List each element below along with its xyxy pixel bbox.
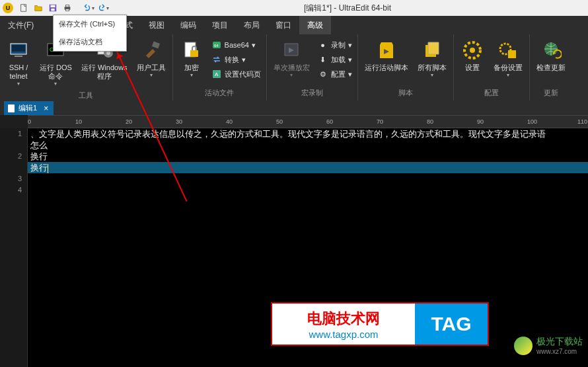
record-button[interactable]: ●录制▾ xyxy=(315,38,355,52)
run-windows-label: 运行 Windows 程序 xyxy=(81,63,128,81)
ruler-tick: 60 xyxy=(326,118,333,125)
undo-button[interactable]: ▾ xyxy=(82,1,95,15)
settings-gear-icon xyxy=(462,40,483,61)
backup-settings-label: 备份设置 xyxy=(494,63,523,72)
base64-button[interactable]: 64Base64▾ xyxy=(209,38,264,52)
menu-layout[interactable]: 布局 xyxy=(236,16,268,34)
ruler-tick: 110 xyxy=(577,118,587,125)
svg-rect-2 xyxy=(51,5,55,8)
group-active-file-label: 活动文件 xyxy=(176,87,264,101)
window-title: [编辑1*] - UltraEdit 64-bit xyxy=(110,3,585,14)
load-label: 加载 xyxy=(331,55,346,65)
record-label: 录制 xyxy=(331,40,346,50)
load-button[interactable]: ⬇加载▾ xyxy=(315,53,355,66)
svg-rect-3 xyxy=(51,9,54,11)
play-macro-label: 单次播放宏 xyxy=(274,63,310,72)
ruler-tick: 10 xyxy=(75,118,82,125)
convert-button[interactable]: 转换▾ xyxy=(209,53,264,66)
all-scripts-label: 所有脚本 xyxy=(418,63,447,72)
settings-button[interactable]: 设置 xyxy=(457,37,488,75)
svg-rect-16 xyxy=(152,42,160,49)
ribbon-group-script: 运行活动脚本 所有脚本 ▾ 脚本 xyxy=(358,34,454,101)
document-tab[interactable]: 编辑1 × xyxy=(4,101,54,115)
menu-view[interactable]: 视图 xyxy=(141,16,172,34)
scripts-stack-icon xyxy=(422,40,443,61)
encrypt-label: 加密 xyxy=(184,63,199,72)
ribbon-group-configuration: 设置 备份设置 ▾ 配置 xyxy=(454,34,530,101)
ruler-tick: 80 xyxy=(427,118,433,125)
menu-advanced[interactable]: 高级 xyxy=(299,16,331,34)
dropdown-save-file[interactable]: 保存文件 (Ctrl+S) xyxy=(54,15,126,33)
play-macro-button[interactable]: 单次播放宏 ▾ xyxy=(270,37,314,81)
hammer-icon xyxy=(141,40,162,61)
ssh-telnet-button[interactable]: SSH / telnet ▾ xyxy=(3,37,34,89)
dropdown-save-active-doc[interactable]: 保存活动文档 xyxy=(54,33,126,51)
lock-document-icon xyxy=(181,40,202,61)
svg-text:A: A xyxy=(215,71,219,77)
code-line: 怎么 xyxy=(28,140,588,151)
user-tools-button[interactable]: 用户工具 ▾ xyxy=(133,37,170,81)
svg-rect-18 xyxy=(190,50,198,57)
group-configuration-label: 配置 xyxy=(457,87,527,101)
document-tab-label: 编辑1 xyxy=(18,103,37,113)
script-play-icon xyxy=(376,40,397,61)
ruler-tick: 100 xyxy=(527,118,537,125)
check-update-button[interactable]: 检查更新 xyxy=(533,37,570,75)
configure-label: 配置 xyxy=(331,69,346,79)
set-codepage-label: 设置代码页 xyxy=(225,69,261,79)
save-dropdown: 保存文件 (Ctrl+S) 保存活动文档 xyxy=(53,15,127,52)
new-file-button[interactable] xyxy=(17,1,30,15)
encrypt-button[interactable]: 加密 ▾ xyxy=(176,37,207,81)
check-update-label: 检查更新 xyxy=(536,63,566,72)
line-number: 2 xyxy=(0,151,27,162)
configure-button[interactable]: ⚙配置▾ xyxy=(315,67,355,81)
user-tools-label: 用户工具 xyxy=(137,63,166,72)
menu-encoding[interactable]: 编码 xyxy=(172,16,204,34)
svg-rect-0 xyxy=(21,5,26,12)
globe-refresh-icon xyxy=(540,40,562,61)
group-update-label: 更新 xyxy=(533,87,570,101)
line-number-gutter: 1 2 3 4 xyxy=(0,128,28,367)
close-tab-button[interactable]: × xyxy=(44,104,48,113)
record-icon: ● xyxy=(318,40,328,50)
line-number: 4 xyxy=(0,184,27,196)
group-macro-label: 宏录制 xyxy=(270,87,355,101)
set-codepage-button[interactable]: A设置代码页 xyxy=(209,67,264,81)
ribbon-group-update: 检查更新 更新 xyxy=(530,34,572,101)
convert-label: 转换 xyxy=(225,55,239,65)
menu-window[interactable]: 窗口 xyxy=(268,16,299,34)
ruler-tick: 90 xyxy=(477,118,484,125)
menu-file[interactable]: 文件(F) xyxy=(0,16,42,34)
watermark2-name: 极光下载站 xyxy=(536,336,583,347)
convert-icon xyxy=(211,54,222,65)
svg-rect-9 xyxy=(15,56,22,57)
load-icon: ⬇ xyxy=(318,54,328,65)
all-scripts-button[interactable]: 所有脚本 ▾ xyxy=(414,37,451,81)
ruler-tick: 0 xyxy=(28,118,31,125)
code-line: 换行 xyxy=(28,151,588,162)
ruler-tick: 40 xyxy=(226,118,233,125)
run-active-script-button[interactable]: 运行活动脚本 xyxy=(361,37,412,75)
code-line: 换行 xyxy=(28,162,588,173)
ruler-tick: 50 xyxy=(276,118,283,125)
svg-point-24 xyxy=(470,48,475,53)
quick-access-toolbar: ▾ ▾ xyxy=(17,1,110,15)
watermark-xz7: 极光下载站 www.xz7.com xyxy=(514,336,583,355)
svg-text:64: 64 xyxy=(214,44,219,48)
menu-project[interactable]: 项目 xyxy=(204,16,236,34)
ribbon-group-active-file: 加密 ▾ 64Base64▾ 转换▾ A设置代码页 活动文件 xyxy=(173,34,267,101)
group-script-label: 脚本 xyxy=(361,87,451,101)
print-button[interactable] xyxy=(61,1,74,15)
backup-settings-button[interactable]: 备份设置 ▾ xyxy=(490,37,527,81)
ruler-tick: 20 xyxy=(126,118,132,125)
ribbon-group-macro: 单次播放宏 ▾ ●录制▾ ⬇加载▾ ⚙配置▾ 宏录制 xyxy=(267,34,358,101)
line-number: 3 xyxy=(0,173,27,184)
code-text: 换行 xyxy=(30,163,48,173)
gear-icon: ⚙ xyxy=(318,69,328,79)
open-file-button[interactable] xyxy=(32,1,45,15)
svg-rect-8 xyxy=(12,45,25,52)
redo-button[interactable]: ▾ xyxy=(96,1,110,15)
ruler: 0 10 20 30 40 50 60 70 80 90 100 110 xyxy=(28,115,588,128)
save-file-button[interactable] xyxy=(46,1,59,15)
svg-rect-5 xyxy=(65,5,69,7)
